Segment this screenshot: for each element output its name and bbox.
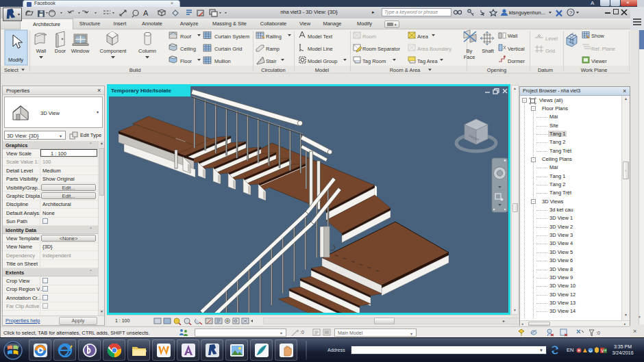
svg-text:Curtain System: Curtain System (214, 34, 249, 40)
svg-text:Show: Show (591, 33, 604, 39)
svg-text:By: By (467, 48, 473, 54)
svg-text:Face: Face (464, 54, 475, 60)
svg-text:Ceiling: Ceiling (180, 46, 196, 52)
svg-text:Room: Room (362, 34, 376, 40)
svg-text:Curtain Grid: Curtain Grid (214, 46, 242, 52)
svg-text:Area Boundary: Area Boundary (417, 46, 451, 52)
svg-text:Work Plane: Work Plane (581, 67, 608, 73)
svg-text:Shaft: Shaft (482, 48, 494, 54)
svg-text:Column: Column (138, 48, 156, 54)
svg-text:Stair: Stair (266, 58, 277, 64)
svg-text:Build: Build (129, 67, 141, 73)
svg-text:Mullion: Mullion (214, 58, 231, 64)
svg-text:A: A (143, 9, 149, 17)
svg-text:Wall: Wall (508, 33, 518, 39)
svg-text:Level: Level (545, 36, 558, 42)
svg-text:Window: Window (71, 48, 90, 54)
svg-text:Datum: Datum (538, 67, 553, 73)
svg-text:Dormer: Dormer (508, 58, 525, 64)
svg-text:?: ? (569, 10, 573, 16)
svg-text:Room & Area: Room & Area (390, 67, 421, 73)
svg-text:Select: Select (4, 67, 19, 73)
svg-text:Railing: Railing (266, 34, 282, 40)
svg-text:Modify: Modify (8, 57, 23, 63)
svg-text:Model: Model (315, 67, 330, 73)
svg-text:Viewer: Viewer (591, 58, 607, 64)
svg-text:Grid: Grid (545, 48, 555, 54)
svg-text:Model Line: Model Line (308, 46, 333, 52)
svg-text:Ramp: Ramp (266, 46, 280, 52)
svg-text:Component: Component (100, 48, 127, 54)
svg-text:Door: Door (55, 48, 66, 54)
svg-text:Area: Area (417, 34, 429, 40)
svg-text::0: :0 (596, 331, 600, 335)
svg-text:Tag Room: Tag Room (362, 58, 386, 64)
svg-text:Vertical: Vertical (508, 46, 525, 52)
svg-text:Wall: Wall (36, 48, 47, 54)
svg-text:Opening: Opening (487, 67, 506, 73)
svg-text:Floor: Floor (180, 58, 193, 64)
svg-text:Tag Area: Tag Area (417, 58, 438, 64)
svg-text:Circulation: Circulation (261, 67, 285, 73)
svg-text:Model Group: Model Group (308, 58, 337, 64)
svg-text:Roof: Roof (180, 34, 192, 40)
svg-text:Ref. Plane: Ref. Plane (591, 46, 615, 52)
svg-text:Room Separator: Room Separator (362, 46, 401, 52)
svg-text:ktsnguyenhun...: ktsnguyenhun... (509, 10, 545, 16)
svg-text:Model Text: Model Text (308, 34, 333, 40)
